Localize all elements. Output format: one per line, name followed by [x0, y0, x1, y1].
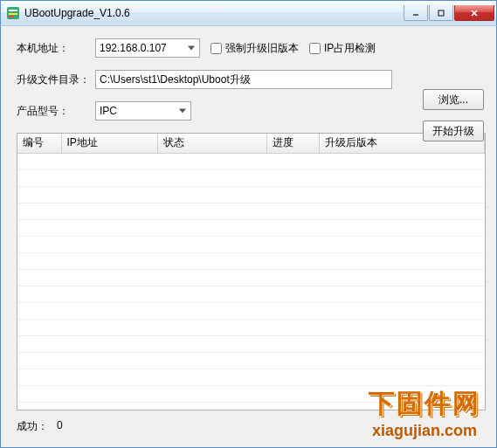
upgrade-dir-label: 升级文件目录：: [17, 72, 95, 87]
status-bar: 成功： 0: [17, 419, 487, 434]
col-progress[interactable]: 进度: [266, 134, 319, 153]
product-model-label: 产品型号：: [17, 104, 95, 119]
table-row[interactable]: [17, 153, 485, 169]
table-row[interactable]: [17, 236, 485, 252]
minimize-button[interactable]: [404, 5, 428, 21]
table-row[interactable]: [17, 252, 485, 269]
svg-rect-1: [9, 10, 17, 11]
window-title: UBootUpgrade_V1.0.6: [24, 7, 404, 19]
col-no[interactable]: 编号: [17, 134, 61, 153]
success-count: 0: [57, 419, 63, 434]
table-row[interactable]: [17, 319, 485, 335]
ip-check-label: IP占用检测: [324, 41, 376, 56]
force-upgrade-checkbox[interactable]: 强制升级旧版本: [211, 41, 299, 56]
table-row[interactable]: [17, 286, 485, 302]
success-label: 成功：: [17, 419, 48, 434]
table-row[interactable]: [17, 352, 485, 369]
window-buttons: [404, 5, 494, 21]
table-row[interactable]: [17, 302, 485, 319]
col-ip[interactable]: IP地址: [61, 134, 157, 153]
force-upgrade-label: 强制升级旧版本: [225, 41, 299, 56]
table-row[interactable]: [17, 269, 485, 286]
col-status[interactable]: 状态: [157, 134, 266, 153]
start-button[interactable]: 开始升级: [423, 121, 484, 141]
table-row[interactable]: [17, 335, 485, 352]
close-button[interactable]: [454, 5, 494, 21]
svg-rect-3: [9, 16, 14, 17]
row-local-ip: 本机地址： 192.168.0.107 强制升级旧版本 IP占用检测: [17, 38, 487, 58]
svg-rect-2: [9, 13, 17, 15]
table-row[interactable]: [17, 203, 485, 219]
client-area: 本机地址： 192.168.0.107 强制升级旧版本 IP占用检测 升级文件目…: [0, 26, 497, 448]
svg-rect-5: [438, 10, 444, 16]
table-row[interactable]: [17, 385, 485, 402]
browse-button[interactable]: 浏览...: [423, 89, 484, 110]
table-row[interactable]: [17, 186, 485, 203]
force-upgrade-input[interactable]: [211, 43, 222, 54]
app-icon: [6, 6, 20, 20]
upgrade-dir-input[interactable]: [95, 70, 392, 89]
product-model-select[interactable]: IPC: [95, 101, 191, 121]
ip-check-input[interactable]: [309, 43, 321, 54]
table-header-row: 编号 IP地址 状态 进度 升级后版本: [17, 134, 485, 153]
table-row[interactable]: [17, 169, 485, 186]
titlebar: UBootUpgrade_V1.0.6: [0, 0, 497, 26]
row-upgrade-dir: 升级文件目录：: [17, 70, 487, 89]
row-product-model: 产品型号： IPC: [17, 101, 487, 121]
table-row[interactable]: [17, 369, 485, 385]
table-row[interactable]: [17, 219, 485, 236]
upgrade-table: 编号 IP地址 状态 进度 升级后版本: [17, 133, 486, 410]
maximize-button[interactable]: [429, 5, 453, 21]
local-ip-label: 本机地址：: [17, 41, 95, 56]
local-ip-select[interactable]: 192.168.0.107: [95, 38, 200, 58]
ip-check-checkbox[interactable]: IP占用检测: [309, 41, 376, 56]
